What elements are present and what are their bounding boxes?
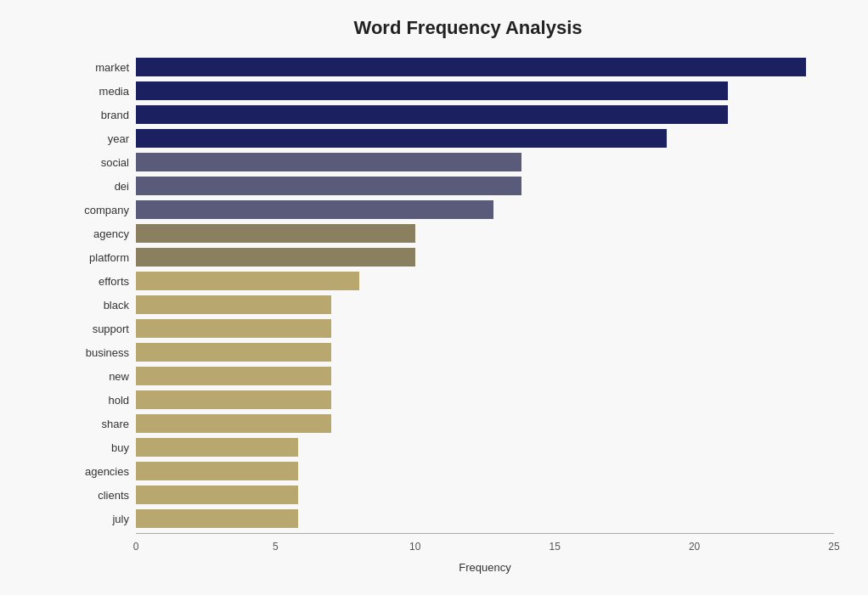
table-row: business	[68, 341, 834, 363]
x-tick: 20	[689, 541, 700, 553]
table-row: social	[68, 151, 834, 173]
bar-track	[136, 343, 834, 362]
bar-track	[136, 438, 834, 457]
bar-fill	[136, 486, 298, 504]
bar-label: agency	[68, 227, 136, 240]
x-tick: 10	[409, 541, 420, 553]
bar-fill	[136, 509, 298, 528]
bar-label: hold	[68, 394, 136, 407]
table-row: agency	[68, 222, 834, 244]
bar-label: business	[68, 346, 136, 359]
bar-track	[136, 319, 834, 338]
bar-fill	[136, 438, 298, 457]
bar-label: july	[68, 513, 136, 525]
bar-label: market	[68, 61, 136, 74]
bar-label: buy	[68, 441, 136, 454]
bar-fill	[136, 153, 521, 171]
bar-fill	[136, 319, 331, 338]
bar-fill	[136, 105, 728, 124]
bar-track	[136, 272, 834, 290]
table-row: hold	[68, 389, 834, 411]
bar-label: media	[68, 85, 136, 98]
x-axis-label: Frequency	[136, 561, 834, 574]
bar-label: platform	[68, 251, 136, 264]
bar-label: new	[68, 370, 136, 383]
bar-track	[136, 129, 834, 148]
bar-fill	[136, 129, 667, 148]
bar-fill	[136, 200, 493, 219]
bar-label: agencies	[68, 465, 136, 478]
bar-track	[136, 200, 834, 219]
bar-fill	[136, 367, 331, 385]
bar-track	[136, 105, 834, 124]
bar-fill	[136, 295, 331, 314]
bar-label: brand	[68, 109, 136, 121]
chart-inner: marketmediabrandyearsocialdeicompanyagen…	[68, 56, 834, 574]
bar-label: dei	[68, 180, 136, 193]
x-tick: 0	[133, 541, 139, 553]
bar-fill	[136, 272, 359, 290]
table-row: efforts	[68, 270, 834, 292]
bar-fill	[136, 58, 806, 76]
x-ticks: 0510152025	[136, 537, 834, 554]
bar-track	[136, 414, 834, 433]
table-row: company	[68, 199, 834, 221]
bar-track	[136, 509, 834, 528]
table-row: july	[68, 508, 834, 530]
table-row: clients	[68, 484, 834, 506]
table-row: support	[68, 317, 834, 340]
table-row: media	[68, 80, 834, 102]
chart-container: Word Frequency Analysis marketmediabrand…	[0, 0, 868, 595]
table-row: brand	[68, 104, 834, 126]
table-row: year	[68, 127, 834, 149]
bar-track	[136, 248, 834, 267]
bar-track	[136, 367, 834, 385]
bar-track	[136, 81, 834, 100]
bar-label: company	[68, 204, 136, 216]
bar-track	[136, 295, 834, 314]
bar-track	[136, 177, 834, 195]
table-row: new	[68, 365, 834, 387]
table-row: dei	[68, 175, 834, 197]
bar-track	[136, 390, 834, 409]
bar-label: share	[68, 418, 136, 430]
bar-label: black	[68, 299, 136, 312]
bar-label: efforts	[68, 275, 136, 288]
bar-label: year	[68, 132, 136, 145]
bar-track	[136, 58, 834, 76]
bar-fill	[136, 390, 331, 409]
bar-fill	[136, 462, 298, 480]
bar-label: clients	[68, 489, 136, 502]
table-row: platform	[68, 246, 834, 268]
x-tick: 25	[828, 541, 839, 553]
table-row: buy	[68, 436, 834, 458]
bar-fill	[136, 343, 331, 362]
bar-fill	[136, 414, 331, 433]
bar-fill	[136, 177, 521, 195]
x-tick: 15	[550, 541, 561, 553]
chart-area: marketmediabrandyearsocialdeicompanyagen…	[68, 56, 834, 531]
bar-fill	[136, 81, 728, 100]
table-row: share	[68, 413, 834, 435]
bar-track	[136, 486, 834, 504]
bar-label: support	[68, 323, 136, 335]
bar-fill	[136, 248, 415, 267]
bar-track	[136, 153, 834, 171]
bar-label: social	[68, 156, 136, 169]
table-row: market	[68, 56, 834, 78]
table-row: black	[68, 294, 834, 316]
bar-track	[136, 224, 834, 243]
x-tick: 5	[273, 541, 279, 553]
chart-title: Word Frequency Analysis	[102, 17, 834, 39]
table-row: agencies	[68, 460, 834, 482]
bar-fill	[136, 224, 415, 243]
bar-track	[136, 462, 834, 480]
